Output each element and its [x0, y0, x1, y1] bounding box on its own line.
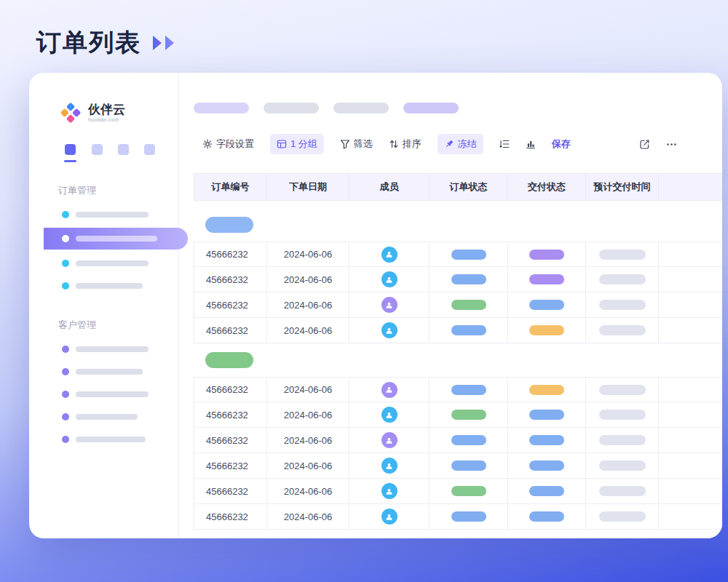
sidebar-item[interactable] — [29, 338, 178, 360]
cell-order-no[interactable]: 45666232 — [194, 318, 267, 343]
cell-member[interactable] — [349, 504, 430, 529]
table-row[interactable]: 456662322024-06-06 — [194, 318, 722, 343]
cell-member[interactable] — [349, 267, 430, 292]
cell-order-date[interactable]: 2024-06-06 — [267, 479, 349, 503]
cell-order-status[interactable] — [430, 267, 508, 292]
column-header-5[interactable]: 预计交付时间 — [586, 174, 659, 200]
cell-order-no[interactable]: 45666232 — [194, 479, 267, 503]
sidebar-item-selected[interactable] — [44, 228, 188, 250]
cell-order-no[interactable]: 45666232 — [194, 504, 267, 529]
cell-eta[interactable] — [586, 504, 659, 529]
cell-delivery-status[interactable] — [508, 292, 586, 317]
cell-member[interactable] — [349, 378, 430, 402]
cell-order-no[interactable]: 45666232 — [194, 242, 267, 266]
cell-order-status[interactable] — [430, 292, 508, 317]
cell-member[interactable] — [349, 318, 430, 343]
table-row[interactable]: 456662322024-06-06 — [194, 267, 722, 292]
cell-order-status[interactable] — [430, 504, 508, 529]
sidebar-item[interactable] — [29, 360, 178, 383]
cell-order-date[interactable]: 2024-06-06 — [267, 378, 349, 402]
cell-order-date[interactable]: 2024-06-06 — [267, 267, 349, 292]
toolbar-freeze-button[interactable]: 冻结 — [438, 134, 483, 154]
column-header-0[interactable]: 订单编号 — [194, 174, 267, 200]
column-header-3[interactable]: 订单状态 — [430, 174, 508, 200]
sidebar-tab-3[interactable] — [118, 144, 129, 162]
table-row[interactable]: 456662322024-06-06 — [194, 402, 722, 428]
sidebar-tab-1[interactable] — [64, 144, 76, 162]
cell-eta[interactable] — [586, 318, 659, 343]
column-header-1[interactable]: 下单日期 — [267, 174, 349, 200]
cell-order-status[interactable] — [430, 378, 508, 402]
cell-member[interactable] — [349, 479, 430, 503]
cell-order-no[interactable]: 45666232 — [194, 378, 267, 402]
cell-delivery-status[interactable] — [508, 318, 586, 343]
cell-delivery-status[interactable] — [508, 453, 586, 478]
cell-delivery-status[interactable] — [508, 402, 586, 427]
cell-order-status[interactable] — [430, 318, 508, 343]
cell-order-no[interactable]: 45666232 — [194, 292, 267, 317]
cell-eta[interactable] — [586, 428, 659, 453]
cell-order-status[interactable] — [430, 402, 508, 427]
toolbar-save-button[interactable]: 保存 — [552, 137, 571, 151]
cell-delivery-status[interactable] — [508, 479, 586, 503]
cell-eta[interactable] — [586, 402, 659, 427]
cell-order-date[interactable]: 2024-06-06 — [267, 242, 349, 266]
cell-delivery-status[interactable] — [508, 504, 586, 529]
group-header-row[interactable] — [194, 343, 722, 377]
group-header-row[interactable] — [194, 208, 722, 242]
sidebar-item[interactable] — [29, 203, 178, 226]
toolbar-filter-button[interactable]: 筛选 — [340, 137, 373, 151]
cell-delivery-status[interactable] — [508, 267, 586, 292]
sidebar-item[interactable] — [29, 252, 178, 274]
cell-order-date[interactable]: 2024-06-06 — [267, 402, 349, 427]
cell-order-date[interactable]: 2024-06-06 — [267, 292, 349, 317]
table-row[interactable]: 456662322024-06-06 — [194, 292, 722, 318]
cell-order-date[interactable]: 2024-06-06 — [267, 453, 349, 478]
toolbar-more-button[interactable] — [666, 139, 677, 150]
cell-order-date[interactable]: 2024-06-06 — [267, 318, 349, 343]
cell-delivery-status[interactable] — [508, 378, 586, 402]
cell-member[interactable] — [349, 402, 430, 427]
table-row[interactable]: 456662322024-06-06 — [194, 479, 722, 504]
cell-eta[interactable] — [586, 292, 659, 317]
toolbar-sort-button[interactable]: 排序 — [389, 137, 422, 151]
sidebar-item[interactable] — [29, 428, 178, 450]
cell-order-no[interactable]: 45666232 — [194, 453, 267, 478]
cell-order-status[interactable] — [430, 428, 508, 453]
toolbar-share-button[interactable] — [639, 139, 650, 150]
cell-eta[interactable] — [586, 378, 659, 402]
sidebar-tab-4[interactable] — [144, 144, 155, 162]
cell-order-status[interactable] — [430, 453, 508, 478]
column-header-4[interactable]: 交付状态 — [508, 174, 586, 200]
toolbar-field-settings-button[interactable]: 字段设置 — [202, 137, 254, 151]
cell-eta[interactable] — [586, 453, 659, 478]
cell-member[interactable] — [349, 453, 430, 478]
cell-member[interactable] — [349, 292, 430, 317]
table-row[interactable]: 456662322024-06-06 — [194, 504, 722, 530]
cell-eta[interactable] — [586, 242, 659, 266]
cell-order-status[interactable] — [430, 479, 508, 503]
cell-order-date[interactable]: 2024-06-06 — [267, 428, 349, 453]
sidebar-item[interactable] — [29, 405, 178, 428]
cell-order-no[interactable]: 45666232 — [194, 428, 267, 453]
cell-delivery-status[interactable] — [508, 242, 586, 266]
toolbar-chart-button[interactable] — [526, 139, 536, 149]
table-row[interactable]: 456662322024-06-06 — [194, 377, 722, 402]
cell-order-status[interactable] — [430, 242, 508, 266]
cell-member[interactable] — [349, 428, 430, 453]
table-row[interactable]: 456662322024-06-06 — [194, 453, 722, 479]
cell-order-no[interactable]: 45666232 — [194, 402, 267, 427]
cell-member[interactable] — [349, 242, 430, 266]
table-row[interactable]: 456662322024-06-06 — [194, 242, 722, 267]
table-row[interactable]: 456662322024-06-06 — [194, 428, 722, 453]
toolbar-row-height-button[interactable] — [499, 139, 510, 149]
cell-eta[interactable] — [586, 267, 659, 292]
toolbar-group-button[interactable]: 1 分组 — [270, 134, 324, 154]
sidebar-tab-2[interactable] — [92, 144, 103, 162]
cell-order-no[interactable]: 45666232 — [194, 267, 267, 292]
cell-eta[interactable] — [586, 479, 659, 503]
sidebar-item[interactable] — [29, 383, 178, 405]
cell-order-date[interactable]: 2024-06-06 — [267, 504, 349, 529]
column-header-2[interactable]: 成员 — [349, 174, 430, 200]
cell-delivery-status[interactable] — [508, 428, 586, 453]
